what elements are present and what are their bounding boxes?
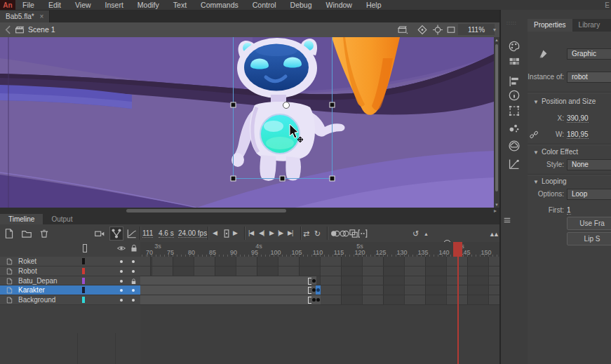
- collapse-triangle-icon[interactable]: ▼: [533, 99, 539, 105]
- layer-row-background[interactable]: Background: [0, 295, 140, 305]
- edit-symbols-icon[interactable]: [417, 25, 428, 35]
- timeline-ruler[interactable]: 3s4s5s6s70758085909510010511011512012513…: [140, 242, 499, 257]
- collapse-triangle-icon[interactable]: ▼: [533, 149, 539, 156]
- tab-properties[interactable]: Properties: [528, 19, 572, 32]
- menu-item-commands[interactable]: Commands: [194, 0, 246, 10]
- edit-scene-icon[interactable]: [397, 25, 408, 35]
- transform-icon[interactable]: [508, 105, 521, 117]
- playhead-marker[interactable]: [453, 242, 462, 257]
- center-playhead-icon[interactable]: ⇄: [303, 229, 309, 238]
- play-icon[interactable]: ▶: [269, 229, 274, 236]
- layer-name[interactable]: Batu_Depan: [18, 277, 58, 285]
- zoom-in-timeline-icon[interactable]: ▲▲: [489, 231, 497, 238]
- layer-outline-swatch[interactable]: [82, 278, 85, 284]
- layer-name[interactable]: Background: [18, 296, 55, 304]
- outline-column-icon[interactable]: [80, 243, 90, 253]
- layer-lock-dot[interactable]: [132, 299, 135, 302]
- dock-grip[interactable]: :::::: [506, 20, 517, 25]
- menu-item-insert[interactable]: Insert: [98, 0, 130, 10]
- layer-outline-swatch[interactable]: [82, 258, 85, 264]
- tab-library[interactable]: Library: [572, 19, 607, 32]
- menu-item-debug[interactable]: Debug: [283, 0, 319, 10]
- layer-lock-dot[interactable]: [132, 270, 135, 273]
- clip-content-icon[interactable]: [445, 25, 457, 35]
- section-looping[interactable]: ▼Looping: [533, 177, 611, 185]
- frame-span[interactable]: [140, 276, 311, 285]
- menu-item-window[interactable]: Window: [319, 0, 359, 10]
- go-to-last-frame-icon[interactable]: ▶|: [288, 229, 293, 236]
- palette-icon[interactable]: [508, 40, 521, 53]
- back-arrow-icon[interactable]: [3, 25, 14, 35]
- layer-name[interactable]: Roket: [18, 257, 36, 265]
- symbol-type-dropdown[interactable]: Graphic: [567, 48, 611, 60]
- menu-item-modify[interactable]: Modify: [130, 0, 166, 10]
- workspace-switcher[interactable]: E: [605, 1, 611, 9]
- creative-cloud-icon[interactable]: [508, 140, 521, 152]
- panel-menu-icon[interactable]: [502, 216, 512, 224]
- center-stage-icon[interactable]: [432, 25, 443, 35]
- tab-timeline[interactable]: Timeline: [0, 214, 43, 224]
- x-value[interactable]: 390,90: [567, 114, 589, 123]
- horizontal-scroll-thumb[interactable]: [126, 209, 286, 213]
- camera-icon[interactable]: [94, 228, 105, 239]
- document-tab[interactable]: Bab5.fla* ×: [0, 11, 50, 22]
- lock-column-icon[interactable]: [129, 243, 139, 253]
- visibility-column-icon[interactable]: [116, 243, 126, 253]
- loop-options-dropdown[interactable]: Loop: [567, 189, 611, 200]
- new-folder-icon[interactable]: [21, 228, 32, 239]
- motion-graph-icon[interactable]: [508, 158, 521, 170]
- layer-row-karakter[interactable]: Karakter: [0, 285, 140, 295]
- menu-item-help[interactable]: Help: [359, 0, 389, 10]
- section-position-size[interactable]: ▼Position and Size: [533, 97, 611, 105]
- layer-lock-dot[interactable]: [132, 260, 135, 263]
- close-icon[interactable]: ×: [40, 13, 44, 20]
- layer-name[interactable]: Karakter: [18, 286, 45, 294]
- layer-frames-karakter[interactable]: [140, 285, 499, 295]
- section-color-effect[interactable]: ▼Color Effect: [533, 148, 611, 156]
- layer-outline-swatch[interactable]: [82, 297, 85, 303]
- zoom-out-timeline-icon[interactable]: ▲: [424, 231, 428, 236]
- modify-markers-icon[interactable]: [357, 228, 368, 239]
- menu-item-control[interactable]: Control: [246, 0, 283, 10]
- swatches-icon[interactable]: [508, 55, 521, 68]
- layer-row-roket[interactable]: Roket: [0, 257, 140, 267]
- step-back-icon[interactable]: ◀|: [259, 229, 264, 236]
- reset-timeline-zoom-icon[interactable]: ↺: [412, 229, 419, 238]
- zoom-level-dropdown[interactable]: 111%: [458, 24, 495, 35]
- style-dropdown[interactable]: None: [567, 159, 611, 170]
- stage-canvas[interactable]: [0, 37, 494, 208]
- first-frame-value[interactable]: 1: [567, 206, 571, 215]
- vertical-scroll-thumb[interactable]: [495, 44, 498, 191]
- layer-depth-icon[interactable]: [126, 228, 137, 239]
- menu-item-text[interactable]: Text: [166, 0, 194, 10]
- layer-outline-swatch[interactable]: [82, 268, 85, 274]
- layer-frames-background[interactable]: [140, 295, 499, 305]
- layer-lock-dot[interactable]: [132, 289, 135, 292]
- stage-horizontal-scrollbar[interactable]: ▸: [0, 208, 499, 214]
- layer-visibility-dot[interactable]: [120, 260, 123, 263]
- layer-visibility-dot[interactable]: [120, 270, 123, 273]
- layer-parenting-toggle[interactable]: [109, 227, 123, 241]
- keyframe-cell[interactable]: [316, 295, 321, 304]
- particles-icon[interactable]: [508, 121, 521, 134]
- delete-layer-icon[interactable]: [39, 228, 50, 239]
- use-frame-picker-button[interactable]: Use Fra: [567, 217, 611, 230]
- layer-row-batu_depan[interactable]: Batu_Depan: [0, 276, 140, 286]
- layer-outline-swatch[interactable]: [82, 287, 85, 293]
- scroll-down-icon[interactable]: ▾: [494, 202, 499, 208]
- w-value[interactable]: 180,95: [567, 130, 589, 139]
- loop-frame-range-icon[interactable]: [221, 228, 232, 239]
- frame-rate-value[interactable]: 24.00 fps: [178, 229, 207, 238]
- scene-name[interactable]: Scene 1: [28, 25, 55, 34]
- layer-visibility-dot[interactable]: [120, 289, 123, 292]
- menu-item-file[interactable]: File: [15, 0, 41, 10]
- info-icon[interactable]: [508, 89, 521, 102]
- go-to-first-frame-icon[interactable]: |◀: [248, 229, 253, 236]
- stage-vertical-scrollbar[interactable]: ▴ ▾: [494, 37, 499, 208]
- instance-name-field[interactable]: robot: [567, 72, 611, 83]
- new-layer-icon[interactable]: [4, 228, 15, 239]
- layer-visibility-dot[interactable]: [120, 280, 123, 283]
- collapse-triangle-icon[interactable]: ▼: [533, 179, 539, 185]
- elapsed-time-value[interactable]: 4.6 s: [159, 229, 174, 238]
- scroll-right-icon[interactable]: ▸: [494, 208, 497, 214]
